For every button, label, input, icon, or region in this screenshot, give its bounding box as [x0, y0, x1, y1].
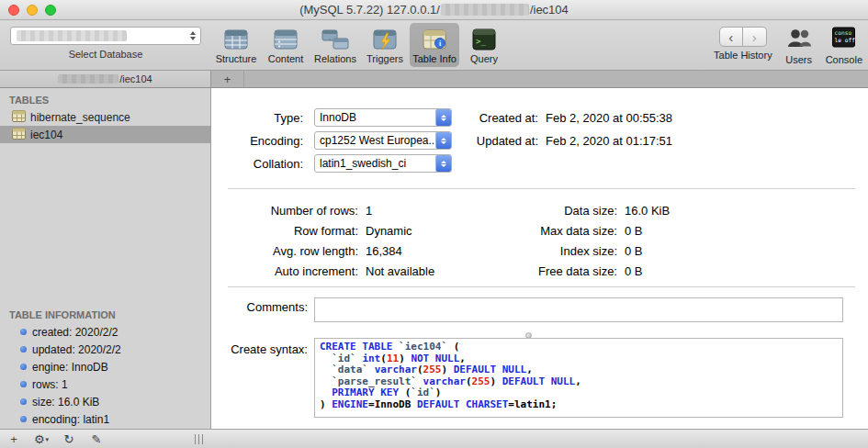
avg-row-length-label: Avg. row length:	[211, 244, 358, 258]
select-database-dropdown[interactable]	[10, 27, 201, 45]
console-label: Console	[826, 54, 862, 65]
close-button[interactable]	[8, 5, 19, 16]
encoding-dropdown[interactable]: cp1252 West Europea...	[314, 131, 452, 150]
toolbar-item-query[interactable]: >_ Query	[459, 23, 509, 67]
redacted-tab-prefix	[58, 74, 118, 84]
create-syntax-code[interactable]: CREATE TABLE `iec104` ( `id` int(11) NOT…	[314, 338, 843, 418]
free-data-size-label: Free data size:	[443, 264, 617, 278]
updated-at-label: Updated at:	[459, 134, 538, 148]
bottom-bar: + ⚙▾ ↻ ✎	[0, 429, 868, 448]
free-data-size-value: 0 B	[625, 264, 643, 278]
type-label: Type:	[211, 111, 303, 125]
toolbar-item-label: Triggers	[366, 53, 403, 64]
table-list-item-hibernate-sequence[interactable]: hibernate_sequence	[0, 108, 210, 126]
rows-label: Number of rows:	[211, 204, 358, 218]
history-back-button[interactable]: ‹	[719, 27, 743, 47]
toolbar-right: ‹ › Table History Users console off Cons…	[714, 23, 862, 65]
created-at-label: Created at:	[459, 111, 538, 125]
add-table-button[interactable]: +	[0, 430, 28, 448]
data-size-value: 16.0 KiB	[625, 204, 670, 218]
bullet-icon	[20, 398, 27, 405]
max-data-size-label: Max data size:	[443, 224, 617, 238]
table-icon	[12, 128, 26, 142]
table-history-label: Table History	[714, 50, 772, 61]
row-format-value: Dynamic	[366, 224, 412, 238]
query-icon: >_	[471, 25, 497, 53]
type-dropdown[interactable]: InnoDB	[314, 108, 452, 127]
collation-dropdown[interactable]: latin1_swedish_ci	[314, 154, 452, 173]
auto-increment-value: Not available	[366, 264, 434, 278]
content-icon	[272, 25, 299, 53]
zoom-button[interactable]	[45, 5, 56, 16]
rows-value: 1	[366, 204, 372, 218]
toolbar-item-triggers[interactable]: Triggers	[360, 23, 410, 67]
row-format-label: Row format:	[211, 224, 358, 238]
tab-active[interactable]: /iec104	[0, 71, 211, 87]
index-size-value: 0 B	[625, 244, 643, 258]
max-data-size-value: 0 B	[625, 224, 643, 238]
window-title-suffix: /iec104	[530, 3, 569, 17]
bullet-icon	[20, 381, 27, 387]
encoding-value: cp1252 West Europea...	[315, 134, 435, 147]
titlebar: (MySQL 5.7.22) 127.0.0.1/ /iec104	[0, 0, 868, 20]
info-text: engine: InnoDB	[32, 361, 108, 374]
redacted-database-name	[441, 4, 529, 16]
actions-gear-button[interactable]: ⚙▾	[28, 430, 55, 448]
table-list-item-iec104[interactable]: iec104	[0, 126, 210, 143]
data-size-label: Data size:	[443, 204, 617, 218]
refresh-button[interactable]: ↻	[55, 430, 83, 448]
divider	[228, 188, 855, 189]
toolbar-item-label: Content	[268, 53, 304, 64]
users-label: Users	[785, 54, 812, 65]
structure-icon	[222, 25, 250, 53]
sidebar-resize-grip[interactable]	[195, 434, 205, 444]
toolbar-item-label: Relations	[314, 53, 356, 64]
console-group[interactable]: console off Console	[826, 23, 862, 65]
info-item-engine: engine: InnoDB	[0, 358, 210, 375]
svg-text:le off: le off	[835, 36, 856, 42]
toolbar-item-table-info[interactable]: i Table Info	[410, 23, 459, 67]
stepper-icon	[435, 109, 451, 126]
info-text: size: 16.0 KiB	[32, 396, 99, 409]
encoding-label: Encoding:	[211, 134, 303, 148]
sidebar: TABLES hibernate_sequence iec104 TABLE I…	[0, 88, 211, 429]
edit-table-button[interactable]: ✎	[83, 430, 110, 448]
toolbar-item-label: Structure	[216, 53, 257, 64]
toolbar-item-content[interactable]: Content	[261, 23, 310, 67]
app-window: (MySQL 5.7.22) 127.0.0.1/ /iec104 Select…	[0, 0, 868, 448]
users-group[interactable]: Users	[785, 23, 813, 65]
svg-text:>_: >_	[476, 37, 486, 46]
toolbar-item-relations[interactable]: Relations	[310, 23, 360, 67]
tab-label: /iec104	[119, 73, 152, 84]
bullet-icon	[20, 416, 27, 422]
table-info-panel: Type: InnoDB Created at: Feb 2, 2020 at …	[211, 88, 868, 429]
create-syntax-label: Create syntax:	[211, 342, 308, 356]
info-text: rows: 1	[32, 378, 68, 391]
stepper-icon	[435, 155, 451, 172]
info-item-size: size: 16.0 KiB	[0, 393, 210, 410]
history-forward-button[interactable]: ›	[743, 27, 767, 47]
comments-label: Comments:	[211, 300, 308, 314]
users-icon	[785, 23, 813, 51]
dropdown-stepper-icon	[190, 31, 197, 40]
toolbar-items: Structure Content Relations Triggers	[211, 20, 509, 70]
traffic-lights	[8, 5, 56, 16]
minimize-button[interactable]	[27, 5, 38, 16]
add-tab-button[interactable]: +	[211, 71, 244, 87]
table-name: iec104	[30, 129, 62, 141]
toolbar-item-structure[interactable]: Structure	[211, 23, 261, 67]
comments-input[interactable]	[314, 297, 843, 322]
toolbar-item-label: Query	[470, 53, 498, 64]
info-item-updated: updated: 2020/2/2	[0, 341, 210, 358]
toolbar: Select Database Structure Content Relati…	[0, 20, 868, 71]
triggers-icon	[371, 25, 399, 53]
table-history-group: ‹ › Table History	[714, 23, 772, 61]
table-information-section: TABLE INFORMATION created: 2020/2/2 upda…	[0, 303, 210, 428]
svg-text:conso: conso	[835, 29, 852, 36]
info-text: created: 2020/2/2	[32, 326, 118, 339]
info-item-rows: rows: 1	[0, 375, 210, 393]
bullet-icon	[20, 329, 27, 335]
collation-value: latin1_swedish_ci	[315, 157, 435, 170]
info-text: encoding: latin1	[32, 413, 109, 426]
table-name: hibernate_sequence	[30, 111, 130, 124]
